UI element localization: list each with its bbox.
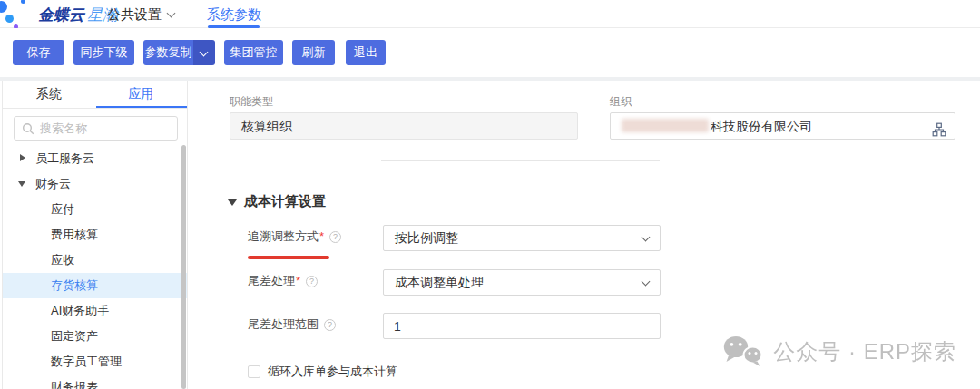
tail-diff-range-input[interactable]: [383, 313, 661, 339]
chevron-down-icon: [18, 181, 25, 187]
cycle-inbound-label: 循环入库单参与成本计算: [268, 364, 397, 380]
module-tree: 员工服务云 财务云 应付 费用核算 应收 存货核算 AI财务助手 固定资产 数字…: [3, 146, 188, 389]
param-copy-button[interactable]: 参数复制: [143, 40, 193, 65]
kingdee-logo-icon: [0, 0, 34, 28]
tab-application[interactable]: 应用: [95, 81, 188, 108]
exit-button[interactable]: 退出: [346, 40, 386, 65]
watermark-text: 公众号 · ERP探索: [773, 337, 956, 366]
search-input[interactable]: [40, 122, 167, 135]
tree-item-expense-accounting[interactable]: 费用核算: [3, 222, 188, 248]
help-icon[interactable]: ?: [306, 276, 318, 287]
org-chart-picker-icon[interactable]: [932, 120, 946, 134]
toolbar-buttons: 保存 同步下级 参数复制 集团管控 刷新 退出: [13, 40, 386, 65]
refresh-button[interactable]: 刷新: [292, 40, 335, 65]
section-divider: [381, 160, 660, 161]
app-window: 金蝶云星瀚 公共设置 系统参数 保存 同步下级 参数复制 集团管控 刷新 退出 …: [0, 0, 980, 389]
watermark: 公众号 · ERP探索: [722, 335, 956, 369]
chevron-down-icon: [642, 233, 651, 242]
menu-public-settings[interactable]: 公共设置: [107, 6, 174, 24]
param-copy-split-button: 参数复制: [143, 40, 224, 65]
chevron-right-icon: [20, 154, 25, 161]
function-type-field: 核算组织: [230, 112, 578, 140]
function-type-label: 职能类型: [230, 94, 273, 110]
brand-primary: 金蝶云: [38, 6, 84, 24]
sidebar-tabs: 系统 应用: [3, 81, 187, 109]
trace-adjust-label: 追溯调整方式*?: [248, 229, 341, 245]
redacted-org-name: [622, 119, 709, 132]
triangle-down-icon: [228, 199, 237, 206]
organization-label: 组织: [610, 94, 632, 110]
required-asterisk: *: [296, 274, 300, 287]
chevron-down-icon: [200, 48, 209, 57]
organization-value: 科技股份有限公司: [710, 119, 812, 133]
toolbar: 保存 同步下级 参数复制 集团管控 刷新 退出: [0, 28, 980, 77]
settings-panel: 职能类型 核算组织 组织 科技股份有限公司 成本计算设置 追溯调整方式*? 按比…: [189, 81, 980, 389]
tree-item-accounts-receivable[interactable]: 应收: [3, 248, 188, 273]
tail-diff-select[interactable]: 成本调整单处理: [383, 269, 661, 296]
logo-dot: [21, 0, 25, 4]
chevron-down-icon: [642, 277, 651, 287]
search-icon: [22, 122, 34, 135]
save-button[interactable]: 保存: [13, 40, 64, 65]
sidebar-search: [14, 116, 178, 141]
organization-field[interactable]: 科技股份有限公司: [610, 112, 956, 140]
sidebar-tab-underline: [96, 106, 187, 108]
sidebar: 系统 应用 员工服务云 财务云 应付 费用核算 应收 存货核算 AI财务助手 固…: [2, 81, 188, 389]
param-copy-dropdown-button[interactable]: [193, 40, 215, 65]
menu-label: 公共设置: [107, 6, 162, 22]
required-asterisk: *: [319, 229, 324, 243]
group-control-button[interactable]: 集团管控: [224, 40, 283, 65]
tree-item-ai-finance-assistant[interactable]: AI财务助手: [3, 298, 188, 324]
tab-system-parameters[interactable]: 系统参数: [207, 6, 261, 24]
tree-item-accounts-payable[interactable]: 应付: [3, 197, 188, 222]
sidebar-scrollbar-thumb[interactable]: [181, 145, 186, 389]
wechat-icon: [722, 335, 764, 369]
tail-diff-range-label: 尾差处理范围?: [248, 316, 336, 333]
tab-system[interactable]: 系统: [3, 81, 95, 108]
chevron-down-icon: [167, 9, 176, 18]
help-icon[interactable]: ?: [324, 319, 336, 331]
logo-dot: [0, 1, 7, 13]
help-icon[interactable]: ?: [329, 231, 341, 243]
tree-item-fixed-assets[interactable]: 固定资产: [3, 324, 188, 349]
section-title: 成本计算设置: [244, 193, 326, 210]
tree-item-inventory-accounting[interactable]: 存货核算: [3, 273, 188, 298]
tail-diff-label: 尾差处理*?: [248, 273, 318, 289]
trace-adjust-select[interactable]: 按比例调整: [383, 225, 661, 251]
brand-title: 金蝶云星瀚: [38, 5, 118, 25]
tree-item-finance-cloud[interactable]: 财务云: [3, 171, 188, 197]
tree-item-digital-employee[interactable]: 数字员工管理: [3, 349, 188, 374]
logo-dot: [5, 15, 14, 23]
tree-item-employee-service-cloud[interactable]: 员工服务云: [3, 146, 188, 171]
sync-subordinate-button[interactable]: 同步下级: [74, 40, 134, 65]
red-annotation-underline: [248, 256, 329, 259]
tree-item-clipped[interactable]: 财务报表: [3, 374, 188, 389]
top-bar: 金蝶云星瀚 公共设置 系统参数: [0, 0, 980, 28]
cycle-inbound-row: 循环入库单参与成本计算: [248, 364, 397, 380]
cycle-inbound-checkbox[interactable]: [248, 365, 260, 378]
